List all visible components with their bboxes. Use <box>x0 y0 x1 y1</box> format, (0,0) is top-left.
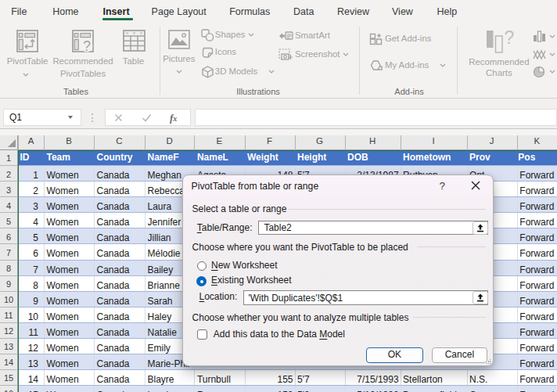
svg-text:?: ? <box>505 30 515 48</box>
svg-text:?: ? <box>83 38 91 52</box>
